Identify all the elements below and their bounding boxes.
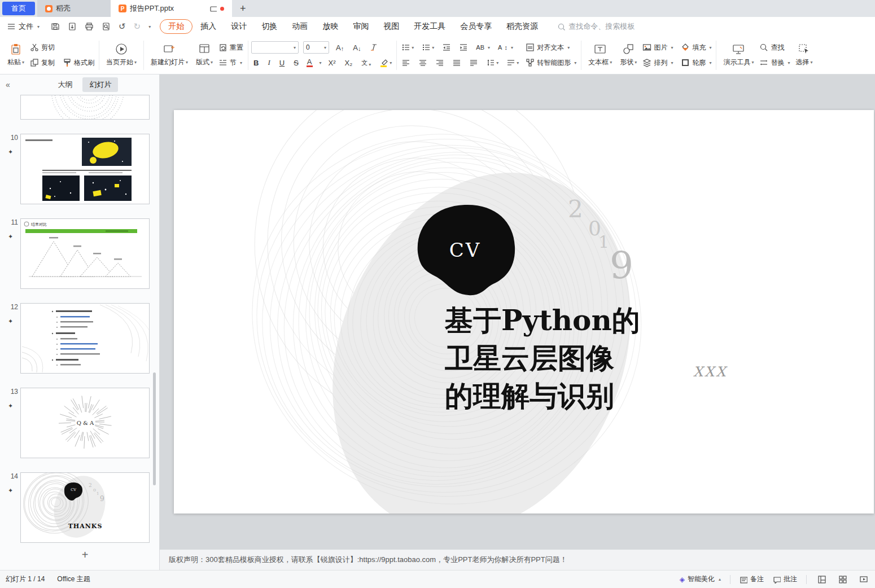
font-name-combo[interactable]: ▾	[251, 41, 299, 54]
slide-thumbnail-12[interactable]	[20, 303, 150, 374]
print-button[interactable]	[84, 21, 95, 32]
fill-button[interactable]: 填充▾	[679, 42, 713, 54]
slide-title-line1[interactable]: 基于Python的	[444, 304, 640, 337]
new-slide-button[interactable]: 新建幻灯片▾	[147, 41, 192, 69]
save-button[interactable]	[50, 21, 61, 32]
ribbon-tab-devtools[interactable]: 开发工具	[407, 19, 452, 34]
layout-button[interactable]: 版式▾	[192, 41, 217, 69]
superscript-button[interactable]: X²	[326, 58, 338, 68]
command-search[interactable]: 查找命令、搜索模板	[557, 21, 635, 32]
slide-title-line2[interactable]: 卫星云层图像	[444, 341, 614, 375]
slide-thumbnail-10[interactable]	[20, 134, 150, 204]
decrease-font-button[interactable]: A↓	[351, 43, 363, 52]
theme-name[interactable]: Office 主题	[57, 574, 90, 584]
increase-indent-button[interactable]	[457, 41, 470, 54]
align-left-button[interactable]	[400, 56, 412, 69]
subscript-button[interactable]: X₂	[343, 58, 355, 68]
numbered-list-button[interactable]: ▾	[420, 41, 436, 54]
year-digit[interactable]: 9	[610, 244, 633, 287]
slide-sorter-view-button[interactable]	[837, 573, 848, 585]
paragraph-settings-button[interactable]: ▾	[505, 56, 520, 69]
ribbon-tab-insert[interactable]: 插入	[194, 19, 223, 34]
file-menu[interactable]: 文件 ▾	[0, 21, 45, 32]
undo-button[interactable]: ↺	[117, 20, 127, 33]
picture-button[interactable]: 图片▾	[641, 42, 675, 54]
font-color-chevron-icon[interactable]: ▾	[320, 60, 322, 65]
reset-button[interactable]: 重置	[217, 42, 245, 54]
qat-more-chevron-icon[interactable]: ▾	[148, 24, 151, 29]
bold-button[interactable]: B	[251, 58, 261, 68]
strikethrough-button[interactable]: S	[291, 58, 301, 68]
export-pdf-button[interactable]	[67, 21, 78, 32]
slide-thumbnail-14[interactable]: CV 2 0 1 9 THANKS	[20, 472, 150, 543]
ribbon-tab-daoke-resources[interactable]: 稻壳资源	[500, 19, 545, 34]
author-placeholder-text[interactable]: XXX	[693, 364, 728, 380]
new-tab-button[interactable]: +	[232, 3, 254, 15]
ribbon-tab-home[interactable]: 开始	[160, 19, 193, 34]
play-current-slide-button[interactable]: 当页开始▾	[102, 41, 141, 69]
slide-title-line3[interactable]: 的理解与识别	[445, 379, 614, 413]
italic-button[interactable]: I	[265, 58, 272, 68]
redo-button[interactable]: ↻	[133, 20, 142, 33]
replace-button[interactable]: 替换▾	[758, 57, 791, 69]
cv-badge-text[interactable]: CV	[449, 239, 482, 261]
slide-thumbnail-11[interactable]: 结果对比	[20, 218, 150, 289]
highlight-color-button[interactable]: ▾	[378, 56, 393, 69]
align-right-button[interactable]	[434, 56, 446, 69]
slideshow-view-button[interactable]	[858, 573, 869, 585]
presentation-tools-button[interactable]: 演示工具▾	[719, 41, 758, 69]
notes-button[interactable]: 备注	[740, 574, 764, 584]
bullet-list-button[interactable]: ▾	[400, 41, 415, 54]
underline-button[interactable]: U	[277, 58, 287, 68]
ribbon-tab-transition[interactable]: 切换	[255, 19, 284, 34]
normal-view-button[interactable]	[816, 573, 828, 585]
ribbon-tab-animation[interactable]: 动画	[285, 19, 314, 34]
ribbon-tab-review[interactable]: 审阅	[346, 19, 375, 34]
year-digit[interactable]: 1	[598, 232, 609, 252]
ribbon-tab-view[interactable]: 视图	[377, 19, 406, 34]
distribute-button[interactable]	[467, 56, 480, 69]
align-center-button[interactable]	[417, 56, 429, 69]
textbox-button[interactable]: 文本框▾	[584, 41, 616, 69]
tab-slides[interactable]: 幻灯片	[82, 77, 118, 92]
pinyin-guide-button[interactable]: 文▾	[359, 58, 373, 68]
text-direction-button[interactable]: AB▾	[474, 43, 492, 52]
format-painter-button[interactable]: 格式刷	[61, 57, 96, 69]
convert-smart-graphic-button[interactable]: 转智能图形▾	[524, 57, 578, 69]
font-color-button[interactable]: A	[305, 58, 314, 68]
slide-thumbnail-13[interactable]: Q & A	[20, 388, 150, 458]
collapse-panel-button[interactable]: «	[6, 80, 10, 89]
increase-font-button[interactable]: A↑	[334, 43, 346, 52]
justify-button[interactable]	[450, 56, 463, 69]
ribbon-tab-design[interactable]: 设计	[224, 19, 253, 34]
year-digit[interactable]: 2	[568, 195, 583, 223]
current-slide[interactable]: CV 2 0 1 9 基于Python的 卫星云层图像 的理解与识别 XXX	[174, 110, 874, 514]
add-slide-button[interactable]: +	[20, 548, 150, 561]
align-text-button[interactable]: 对齐文本▾	[524, 42, 578, 54]
paste-button[interactable]: 粘贴▾	[3, 41, 28, 69]
section-button[interactable]: 节▾	[217, 57, 245, 69]
font-size-combo[interactable]: 0▾	[303, 41, 329, 54]
text-sort-button[interactable]: A↕▾	[496, 43, 515, 52]
home-button[interactable]: 首页	[2, 2, 35, 15]
find-button[interactable]: 查找	[758, 42, 791, 54]
shapes-button[interactable]: 形状▾	[616, 41, 641, 69]
comments-button[interactable]: 批注	[773, 574, 797, 584]
print-preview-button[interactable]	[100, 21, 112, 32]
cut-button[interactable]: 剪切	[28, 42, 56, 54]
sidebar-scrollbar[interactable]	[153, 372, 156, 485]
arrange-button[interactable]: 排列▾	[641, 57, 675, 69]
ribbon-tab-slideshow[interactable]: 放映	[316, 19, 345, 34]
smart-beautify-button[interactable]: ◈ 智能美化 ▴	[680, 574, 721, 584]
ribbon-tab-membership[interactable]: 会员专享	[453, 19, 498, 34]
copy-button[interactable]: 复制	[28, 57, 56, 69]
line-spacing-button[interactable]: ▾	[484, 56, 500, 69]
decrease-indent-button[interactable]	[440, 41, 453, 54]
select-button[interactable]: 选择▾	[791, 41, 816, 69]
tab-daoke[interactable]: 稻壳	[37, 0, 111, 17]
slide-thumbnail-9-partial[interactable]	[20, 95, 150, 120]
tab-document[interactable]: P 报告PPT.pptx	[111, 0, 232, 17]
tab-outline[interactable]: 大纲	[51, 77, 79, 92]
outline-button[interactable]: 轮廓▾	[679, 57, 713, 69]
clear-format-button[interactable]	[368, 41, 380, 54]
